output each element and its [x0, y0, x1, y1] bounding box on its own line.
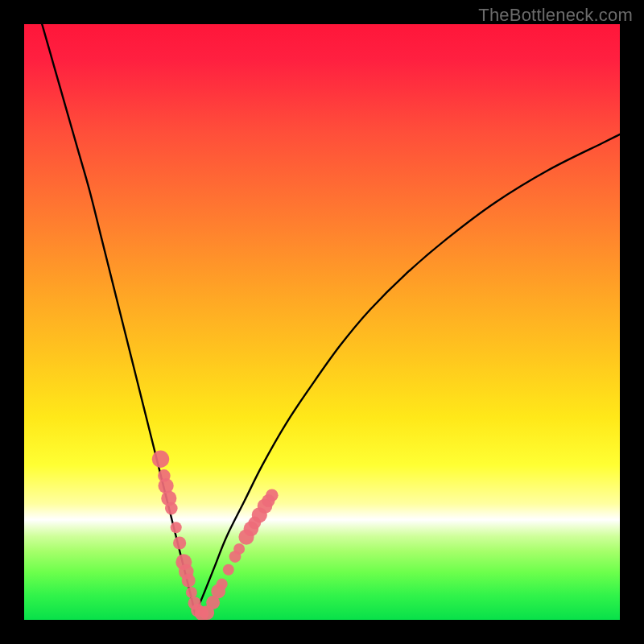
- plot-frame: [24, 24, 620, 620]
- marker-point: [152, 451, 169, 468]
- marker-point: [217, 579, 228, 590]
- marker-point: [182, 574, 196, 588]
- marker-point: [223, 564, 234, 576]
- curve-right-arm: [195, 134, 620, 614]
- marker-point: [266, 489, 279, 502]
- marker-point: [171, 522, 182, 533]
- marker-point: [165, 502, 178, 515]
- curve-series: [42, 24, 620, 614]
- marker-point: [186, 587, 197, 598]
- data-markers: [152, 451, 279, 621]
- marker-point: [173, 536, 186, 549]
- bottleneck-chart: [24, 24, 620, 620]
- marker-point: [233, 543, 245, 555]
- watermark-text: TheBottleneck.com: [478, 5, 633, 26]
